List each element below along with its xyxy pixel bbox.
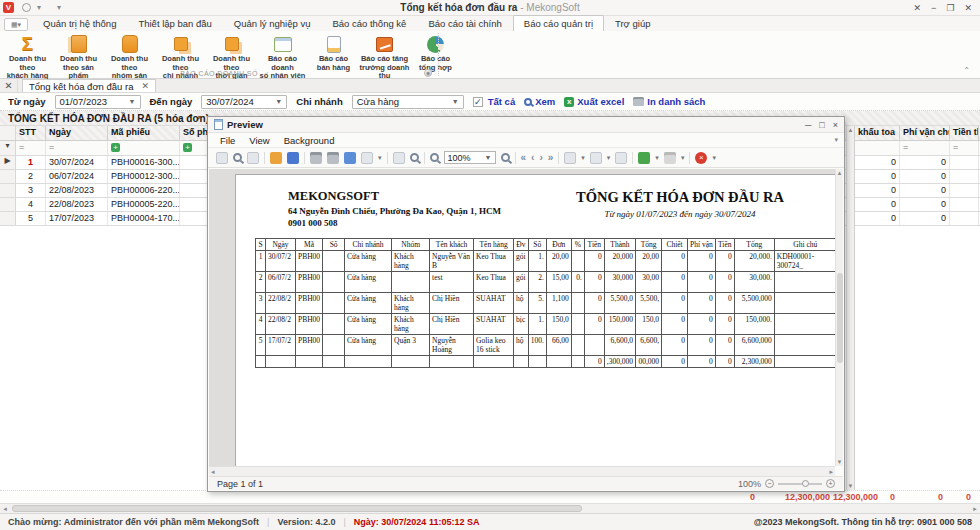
ribbon-collapse-icon[interactable]: ⌃: [963, 66, 970, 75]
save-icon[interactable]: [287, 152, 299, 164]
menu-view[interactable]: View: [249, 135, 269, 146]
hand-tool-icon[interactable]: [393, 152, 405, 164]
multiple-pages-icon[interactable]: [564, 152, 576, 164]
preview-restore-icon[interactable]: □: [819, 120, 824, 130]
zoom-out-button[interactable]: −: [765, 479, 774, 488]
grid-vertical-scrollbar[interactable]: ▲▼: [846, 126, 854, 490]
zoom-in-button[interactable]: +: [826, 479, 835, 488]
from-date-input[interactable]: 01/07/2023▼: [55, 95, 141, 109]
first-page-icon[interactable]: «: [521, 152, 527, 164]
report-cell: [584, 335, 604, 356]
filter-operator[interactable]: =: [953, 142, 958, 152]
report-cell: bịc: [514, 314, 529, 335]
print-list-button[interactable]: In danh sách: [633, 96, 705, 107]
ribbon-tab[interactable]: Báo cáo thống kê: [321, 15, 417, 31]
search-icon: [524, 98, 532, 106]
page-color-icon[interactable]: [590, 152, 602, 164]
quick-print-icon[interactable]: [327, 152, 339, 164]
close-document-icon[interactable]: ✕: [914, 3, 922, 13]
report-header-cell: Thành: [604, 239, 635, 251]
toolbar-overflow-icon[interactable]: ▾: [712, 154, 716, 162]
view-button[interactable]: Xem: [524, 96, 555, 107]
table-row[interactable]: 00: [855, 198, 980, 212]
ribbon-tab[interactable]: Trợ giúp: [604, 15, 661, 31]
filter-plus-icon[interactable]: +: [111, 143, 120, 152]
ribbon-tab[interactable]: Báo cáo tài chính: [417, 15, 512, 31]
branch-select[interactable]: Cửa hàng▼: [352, 95, 464, 109]
next-page-icon[interactable]: ›: [539, 152, 542, 164]
quick-access-caret-icon[interactable]: ▾: [37, 3, 41, 12]
minimize-icon[interactable]: −: [931, 3, 936, 13]
watermark-icon[interactable]: [615, 152, 627, 164]
export-document-icon[interactable]: [638, 152, 650, 164]
table-row[interactable]: 00: [855, 170, 980, 184]
scale-icon[interactable]: [361, 152, 373, 164]
ribbon-tab[interactable]: Báo cáo quản trị: [513, 15, 604, 31]
grid-filter-row[interactable]: ==: [855, 141, 980, 156]
ribbon-tab[interactable]: Thiết lập ban đầu: [127, 15, 222, 31]
scrollbar-thumb[interactable]: [12, 505, 582, 512]
last-page-icon[interactable]: »: [548, 152, 554, 164]
find-icon[interactable]: [233, 153, 242, 162]
app-menu-button[interactable]: ▦▾: [4, 18, 28, 31]
preview-minimize-icon[interactable]: ─: [805, 120, 811, 130]
all-checkbox[interactable]: ✓Tất cả: [473, 96, 515, 107]
send-email-icon[interactable]: [664, 152, 676, 164]
group-expander-icon[interactable]: ◉: [424, 69, 432, 77]
close-all-tabs-icon[interactable]: ✕: [0, 79, 18, 92]
report-cell: 0: [688, 314, 716, 335]
zoom-out-icon[interactable]: [430, 153, 439, 162]
report-cell: 0: [584, 293, 604, 314]
document-map-icon[interactable]: [216, 152, 228, 164]
filter-operator[interactable]: =: [19, 142, 24, 152]
preview-close-icon[interactable]: ×: [833, 120, 838, 130]
tab-close-icon[interactable]: ✕: [141, 81, 149, 91]
zoom-slider[interactable]: [778, 483, 822, 485]
report-address: 64 Nguyễn Đình Chiểu, Phường Đa Kao, Quậ…: [288, 206, 501, 216]
preview-horizontal-scrollbar[interactable]: ◂▸: [209, 466, 835, 476]
to-date-input[interactable]: 30/07/2024▼: [201, 95, 287, 109]
close-icon[interactable]: ✕: [964, 3, 972, 13]
scroll-right-icon[interactable]: ▸: [970, 505, 980, 513]
report-cell: 2.: [528, 272, 546, 293]
export-excel-button[interactable]: xXuất excel: [564, 96, 624, 107]
thumbnails-icon[interactable]: [247, 152, 259, 164]
filter-plus-icon[interactable]: +: [183, 143, 192, 152]
prev-page-icon[interactable]: ‹: [531, 152, 534, 164]
close-preview-icon[interactable]: ×: [695, 152, 707, 164]
print-icon[interactable]: [310, 152, 322, 164]
ribbon-tab[interactable]: Quản lý nghiệp vụ: [223, 15, 322, 31]
table-row[interactable]: 00: [855, 156, 980, 170]
zoom-slider-knob[interactable]: [802, 480, 809, 487]
report-page: MEKONGSOFT 64 Nguyễn Đình Chiểu, Phường …: [235, 174, 835, 466]
preview-title-bar[interactable]: Preview ─ □ ×: [208, 117, 844, 133]
quick-access-overflow-icon[interactable]: ▾: [57, 3, 61, 12]
preview-vertical-scrollbar[interactable]: ▲▼: [835, 169, 843, 466]
open-icon[interactable]: [270, 152, 282, 164]
menu-background[interactable]: Background: [284, 135, 335, 146]
menu-overflow-icon[interactable]: ▾: [834, 136, 838, 144]
scroll-left-icon[interactable]: ◂: [0, 505, 10, 513]
report-total-cell: [256, 356, 266, 368]
table-row[interactable]: 00: [855, 184, 980, 198]
chevron-down-icon[interactable]: ▼: [123, 98, 136, 105]
magnifier-icon[interactable]: [410, 153, 419, 162]
filter-operator[interactable]: =: [903, 142, 908, 152]
table-row[interactable]: 00: [855, 212, 980, 226]
chevron-down-icon[interactable]: ▼: [485, 154, 492, 161]
quick-access-icon[interactable]: [22, 3, 31, 12]
chevron-down-icon[interactable]: ▼: [446, 98, 459, 105]
zoom-select[interactable]: 100%▼: [444, 151, 496, 164]
grid-horizontal-scrollbar[interactable]: ◂ ▸: [0, 503, 980, 513]
document-tab[interactable]: Tổng kết hóa đơn đầu ra ✕: [22, 79, 156, 92]
page-setup-icon[interactable]: [344, 152, 356, 164]
zoom-in-icon[interactable]: [501, 153, 510, 162]
menu-file[interactable]: File: [220, 135, 235, 146]
scroll-left-icon[interactable]: ◂: [211, 468, 215, 476]
filter-operator[interactable]: =: [49, 142, 54, 152]
chevron-down-icon[interactable]: ▼: [269, 98, 282, 105]
restore-icon[interactable]: ❐: [946, 3, 954, 13]
scale-caret-icon[interactable]: ▾: [378, 154, 382, 162]
ribbon-tab[interactable]: Quản trị hệ thống: [32, 15, 127, 31]
scroll-right-icon[interactable]: ▸: [829, 468, 833, 476]
